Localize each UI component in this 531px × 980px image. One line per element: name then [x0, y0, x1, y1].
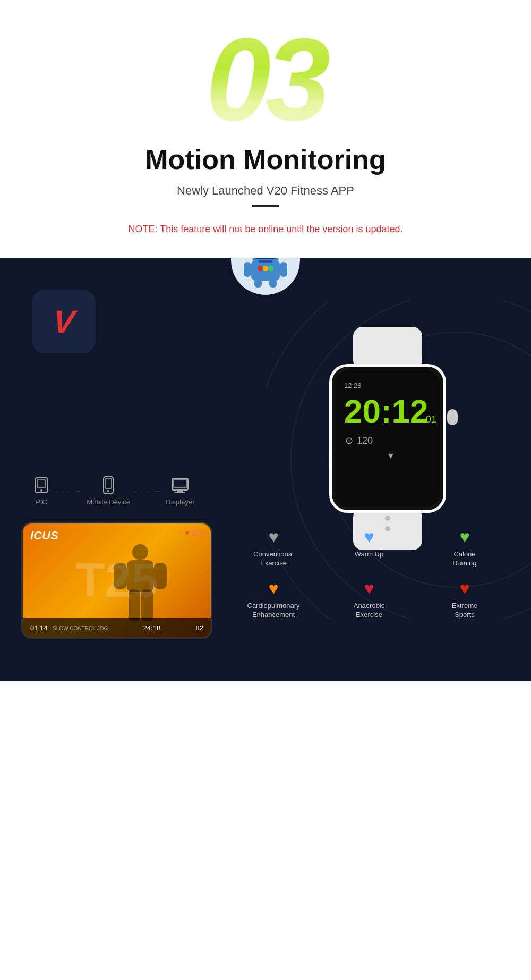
robot-circle: [231, 258, 300, 295]
zone-calorie-heart: ♥: [460, 527, 470, 547]
svg-rect-43: [177, 490, 183, 492]
pic-icon: [32, 476, 51, 495]
dots-2: · · · →: [130, 487, 166, 495]
phone-label: SLOW CONTROL JOG: [53, 626, 108, 631]
svg-text:⊙: ⊙: [345, 435, 353, 446]
zone-warmup-label: Warm Up: [355, 550, 383, 559]
svg-rect-36: [37, 480, 46, 487]
zone-extreme-label: ExtremeSports: [452, 602, 477, 620]
phone-section: ICUS ♥ 120 T25 01:14: [0, 506, 531, 649]
svg-rect-18: [280, 262, 287, 277]
phone-mockup: ICUS ♥ 120 T25 01:14: [21, 522, 212, 639]
svg-point-37: [40, 489, 42, 492]
phone-timer: 01:14 SLOW CONTROL JOG: [30, 624, 108, 632]
robot-icon: [236, 258, 295, 290]
svg-text:120: 120: [357, 435, 373, 446]
dark-section: V 12:28 2: [0, 258, 531, 681]
dots-1: · · · →: [51, 487, 87, 495]
svg-rect-26: [447, 409, 458, 425]
svg-rect-48: [153, 563, 167, 589]
svg-point-45: [132, 544, 148, 560]
zone-warmup-heart: ♥: [364, 527, 374, 547]
svg-rect-47: [114, 563, 127, 589]
heart-icon: ♥: [185, 529, 189, 537]
zone-calorie: ♥ CalorieBurning: [419, 527, 510, 568]
device-displayer-label: Displayer: [166, 498, 194, 506]
svg-point-40: [107, 490, 109, 492]
svg-point-14: [258, 266, 263, 271]
section-title: Motion Monitoring: [11, 143, 520, 175]
zone-calorie-label: CalorieBurning: [453, 550, 477, 568]
zone-anaerobic: ♥ AnaerobicExercise: [324, 579, 414, 620]
svg-rect-19: [254, 279, 262, 288]
device-mobile: Mobile Device: [87, 476, 130, 506]
svg-rect-46: [127, 560, 153, 592]
device-displayer: Displayer: [166, 476, 194, 506]
device-pic: PIC: [32, 476, 51, 506]
top-section: 03 Motion Monitoring Newly Launched V20 …: [0, 0, 531, 236]
phone-brand-label: ICUS: [30, 529, 58, 543]
zone-warmup: ♥ Warm Up: [324, 527, 414, 568]
svg-rect-17: [244, 262, 251, 277]
svg-rect-44: [175, 492, 185, 493]
zone-conventional-label: ConventionalExercise: [253, 550, 294, 568]
svg-rect-50: [141, 589, 153, 621]
svg-text:01: 01: [426, 414, 436, 425]
svg-text:20:12: 20:12: [344, 393, 429, 429]
svg-rect-42: [174, 480, 186, 487]
zone-extreme: ♥ ExtremeSports: [419, 579, 510, 620]
note-text: NOTE: This feature will not be online un…: [42, 222, 489, 236]
zone-anaerobic-label: AnaerobicExercise: [354, 602, 385, 620]
zone-cardiopulmonary: ♥ CardiopulmonaryEnhancement: [228, 579, 319, 620]
svg-rect-39: [105, 479, 112, 488]
watch-container: 12:28 20:12 01 ⊙ 120 ▼: [0, 327, 531, 337]
svg-text:12:28: 12:28: [344, 382, 362, 390]
svg-rect-21: [353, 327, 422, 369]
svg-rect-20: [269, 279, 277, 288]
svg-rect-6: [254, 258, 277, 259]
device-pic-label: PIC: [36, 498, 47, 506]
zone-conventional: ♥ ConventionalExercise: [228, 527, 319, 568]
mobile-icon: [99, 476, 118, 495]
svg-rect-13: [259, 260, 272, 263]
robot-mascot: [0, 258, 531, 295]
phone-bottom-bar: 01:14 SLOW CONTROL JOG 24:18 82: [23, 618, 211, 637]
zone-conventional-heart: ♥: [269, 527, 279, 547]
zone-cardiopulmonary-label: CardiopulmonaryEnhancement: [247, 602, 300, 620]
section-subtitle: Newly Launched V20 Fitness APP: [11, 184, 520, 198]
svg-point-15: [263, 266, 268, 271]
svg-text:▼: ▼: [387, 451, 395, 460]
zone-extreme-heart: ♥: [460, 579, 470, 598]
phone-score: 82: [196, 624, 203, 632]
zones-grid: ♥ ConventionalExercise ♥ Warm Up ♥ Calor…: [228, 522, 510, 620]
device-mobile-label: Mobile Device: [87, 498, 130, 506]
svg-rect-49: [129, 589, 140, 621]
phone-timer-value: 01:14: [30, 624, 48, 632]
zone-cardiopulmonary-heart: ♥: [269, 579, 279, 598]
svg-point-16: [268, 266, 273, 271]
zone-anaerobic-heart: ♥: [364, 579, 374, 598]
section-number: 03: [11, 21, 520, 138]
app-logo: V: [32, 290, 96, 353]
displayer-icon: [170, 476, 190, 495]
phone-hr: ♥ 120: [185, 529, 203, 537]
device-row: PIC · · · → Mobile Device · · · → Displa…: [0, 476, 531, 506]
hr-value: 120: [191, 529, 203, 537]
divider: [252, 205, 279, 207]
phone-time2: 24:18: [143, 624, 161, 632]
